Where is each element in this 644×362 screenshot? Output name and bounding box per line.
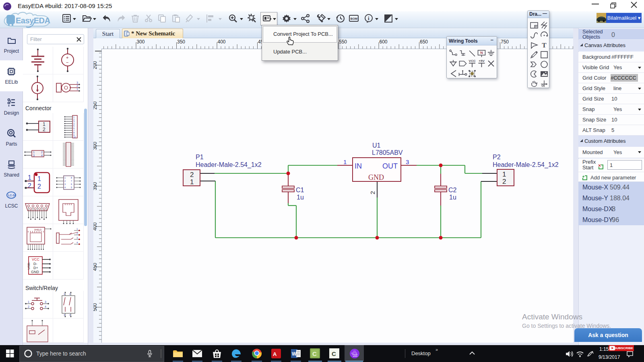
svg-text:2: 2: [28, 305, 29, 308]
svg-text:8: 8: [71, 177, 72, 179]
svg-text:Header-Male-2.54_1x2: Header-Male-2.54_1x2: [493, 161, 559, 169]
svg-text:OUT: OUT: [382, 162, 398, 170]
svg-text:N: N: [480, 51, 483, 55]
svg-text:3: 3: [64, 183, 66, 185]
svg-text:D-: D-: [33, 262, 37, 266]
svg-text:2: 2: [190, 171, 194, 179]
svg-text:VCC: VCC: [32, 257, 40, 261]
svg-text:2: 2: [41, 151, 43, 154]
svg-text:1u: 1u: [449, 194, 456, 201]
svg-text:250: 250: [93, 101, 98, 109]
svg-text:350: 350: [93, 182, 98, 190]
svg-text:D+: D+: [33, 266, 38, 270]
svg-text:A: A: [273, 351, 277, 357]
svg-text:SHIELD: SHIELD: [34, 228, 41, 231]
svg-text:2: 2: [69, 293, 71, 295]
svg-text:1u: 1u: [297, 194, 304, 201]
svg-text:C: C: [332, 350, 336, 357]
svg-text:1: 1: [343, 158, 347, 165]
svg-text:300: 300: [137, 39, 145, 45]
svg-text:1: 1: [502, 171, 506, 178]
svg-text:1: 1: [33, 151, 35, 154]
svg-text:400: 400: [218, 39, 226, 45]
svg-text:4: 4: [76, 241, 78, 244]
svg-text:400: 400: [93, 222, 98, 230]
svg-text:C: C: [312, 350, 317, 357]
svg-text:+5V: +5V: [479, 59, 485, 63]
svg-text:LC-SC: LC-SC: [8, 194, 16, 197]
svg-text:3: 3: [406, 158, 409, 165]
svg-text:2: 2: [64, 180, 66, 182]
svg-text:600: 600: [380, 39, 388, 45]
svg-text:3: 3: [76, 237, 78, 239]
svg-text:650: 650: [420, 39, 428, 45]
svg-text:1: 1: [190, 178, 194, 186]
svg-text:4: 4: [41, 154, 43, 157]
svg-text:EasyEDA: EasyEDA: [16, 16, 50, 25]
svg-text:−: −: [66, 60, 68, 65]
svg-text:3: 3: [76, 81, 78, 84]
svg-text:450: 450: [93, 263, 98, 271]
svg-text:+: +: [66, 55, 68, 60]
svg-text:GND: GND: [368, 173, 384, 181]
svg-text:W: W: [292, 351, 297, 357]
svg-text:2: 2: [76, 84, 78, 87]
svg-text:4: 4: [64, 186, 66, 189]
svg-text:1: 1: [28, 174, 31, 181]
svg-text:2: 2: [76, 232, 78, 234]
svg-text:300: 300: [93, 142, 98, 150]
svg-text:5: 5: [71, 186, 72, 189]
svg-text:4: 4: [45, 305, 46, 308]
svg-text:USB-: USB-: [27, 262, 31, 269]
svg-text:2: 2: [369, 191, 376, 194]
svg-text:L7805ABV: L7805ABV: [372, 149, 403, 156]
svg-text:1: 1: [76, 88, 78, 90]
svg-text:3: 3: [64, 314, 65, 316]
svg-text:1: 1: [64, 177, 66, 179]
svg-text:T: T: [542, 41, 547, 49]
svg-text:C2: C2: [448, 187, 457, 193]
svg-text:IN: IN: [355, 162, 362, 170]
svg-text:6: 6: [71, 183, 72, 185]
svg-text:1: 1: [28, 300, 29, 303]
svg-text:2: 2: [502, 178, 506, 185]
svg-text:C1: C1: [296, 187, 304, 193]
svg-text:P2: P2: [493, 154, 501, 160]
svg-text:4: 4: [69, 314, 71, 316]
svg-text:3: 3: [45, 300, 46, 303]
svg-text:200: 200: [93, 61, 98, 69]
svg-text:500: 500: [93, 303, 98, 311]
svg-text:GND: GND: [31, 270, 39, 274]
svg-text:U1: U1: [372, 142, 381, 149]
svg-text:1: 1: [37, 175, 41, 182]
svg-text:VCC: VCC: [469, 59, 476, 63]
svg-text:2: 2: [37, 183, 41, 190]
svg-text:P1: P1: [196, 154, 204, 160]
svg-text:10: 10: [73, 136, 76, 138]
svg-text:BOM: BOM: [351, 17, 358, 21]
svg-text:i: i: [368, 15, 369, 21]
svg-text:3: 3: [33, 154, 35, 157]
svg-text:550: 550: [339, 39, 347, 45]
svg-text:350: 350: [177, 39, 185, 45]
svg-text:Header-Male-2.54_1x2: Header-Male-2.54_1x2: [196, 161, 262, 169]
svg-text:1: 1: [43, 121, 45, 127]
svg-text:1: 1: [64, 293, 65, 295]
svg-text:7: 7: [71, 180, 72, 182]
svg-text:1: 1: [76, 228, 78, 230]
svg-text:750: 750: [501, 39, 509, 45]
svg-text:2: 2: [43, 127, 45, 132]
